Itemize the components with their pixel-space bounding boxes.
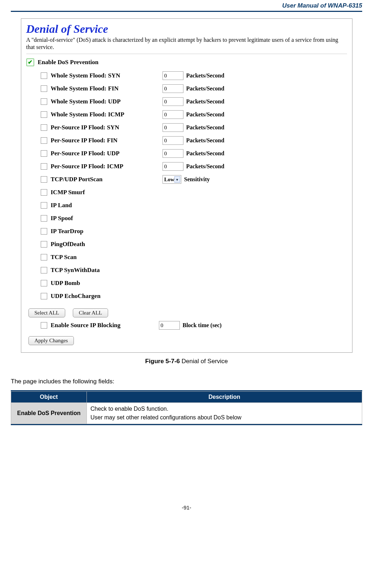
dos-item-input[interactable] [163,97,183,106]
dos-item-label: ICMP Smurf [51,189,163,196]
dos-item-input[interactable] [163,110,183,119]
header-rule [11,11,362,12]
dos-item-label: TCP Scan [51,254,163,261]
dos-item-label: Whole System Flood: FIN [51,85,163,92]
apply-changes-button[interactable]: Apply Changes [28,336,74,345]
table-cell-object: Enable DoS Prevention [11,403,87,424]
dos-item-unit: Packets/Second [186,85,225,92]
dos-item-unit: Packets/Second [186,124,225,131]
dos-item-unit: Packets/Second [186,72,225,79]
sensitivity-select-value: Low [164,177,174,183]
dos-item-checkbox[interactable] [41,163,47,170]
dos-item-row: Per-Source IP Flood: FINPackets/Second [41,135,347,146]
doc-header: User Manual of WNAP-6315 [11,0,362,11]
dos-item-row: UDP Bomb [41,277,347,289]
dos-item-row: IP TearDrop [41,226,347,237]
dos-item-checkbox[interactable] [41,280,47,286]
dos-item-label: Per-Source IP Flood: FIN [51,137,163,144]
dos-item-label: Per-Source IP Flood: ICMP [51,163,163,170]
dos-item-checkbox[interactable] [41,202,47,209]
dos-panel: Denial of Service A "denial-of-service" … [21,18,352,353]
dos-item-unit: Packets/Second [186,111,225,118]
source-ip-blocking-label: Enable Source IP Blocking [51,322,159,329]
dos-item-row: ICMP Smurf [41,187,347,198]
dos-item-label: IP Spoof [51,215,163,222]
dos-item-checkbox[interactable] [41,189,47,196]
th-description: Description [87,392,362,403]
dos-item-checkbox[interactable] [41,293,47,299]
dos-item-row: PingOfDeath [41,239,347,250]
dos-item-input[interactable] [163,71,183,80]
dos-item-row: Per-Source IP Flood: SYNPackets/Second [41,122,347,133]
dos-item-row: UDP EchoChargen [41,290,347,302]
dos-item-label: Per-Source IP Flood: UDP [51,150,163,157]
dos-item-input[interactable] [163,84,183,93]
description-table: Object Description Enable DoS Prevention… [11,391,362,424]
dos-item-label: UDP EchoChargen [51,293,163,300]
chevron-down-icon: ▾ [174,176,180,183]
dos-item-row: Per-Source IP Flood: ICMPPackets/Second [41,161,347,172]
figure-number: Figure 5-7-6 [145,358,180,365]
dos-item-unit: Sensitivity [184,176,210,183]
figure-text: Denial of Service [180,358,228,365]
doc-title: User Manual of WNAP-6315 [282,2,362,9]
dos-item-row: TCP/UDP PortScanLow▾Sensitivity [41,174,347,185]
block-time-input[interactable] [159,321,180,330]
dos-item-row: IP Spoof [41,213,347,224]
source-ip-blocking-row: Enable Source IP Blocking Block time (se… [41,321,347,330]
dos-item-label: Whole System Flood: UDP [51,98,163,105]
dos-item-row: TCP SynWithData [41,264,347,276]
dos-item-row: Whole System Flood: SYNPackets/Second [41,70,347,81]
dos-item-input[interactable] [163,136,183,145]
dos-item-checkbox[interactable] [41,72,47,79]
select-all-button[interactable]: Select ALL [28,308,66,317]
dos-item-checkbox[interactable] [41,228,47,235]
dos-item-unit: Packets/Second [186,137,225,144]
clear-all-button[interactable]: Clear ALL [73,308,108,317]
table-intro: The page includes the following fields: [11,378,362,385]
dos-item-label: TCP SynWithData [51,267,163,274]
dos-item-checkbox[interactable] [41,267,47,273]
table-cell-description: Check to enable DoS function.User may se… [87,403,362,424]
dos-item-label: PingOfDeath [51,241,163,248]
dos-item-input[interactable] [163,123,183,132]
dos-item-unit: Packets/Second [186,150,225,157]
enable-dos-checkbox[interactable]: ✔ [26,58,34,66]
dos-item-row: Whole System Flood: FINPackets/Second [41,83,347,94]
dos-item-label: IP TearDrop [51,228,163,235]
dos-item-checkbox[interactable] [41,98,47,105]
dos-item-input[interactable] [163,149,183,158]
table-row: Enable DoS PreventionCheck to enable DoS… [11,403,362,424]
check-icon: ✔ [28,59,32,65]
source-ip-blocking-checkbox[interactable] [41,322,47,329]
page-footer: -91- [11,504,362,518]
dos-item-checkbox[interactable] [41,85,47,92]
dos-item-label: Per-Source IP Flood: SYN [51,124,163,131]
panel-divider [26,54,347,54]
dos-item-unit: Packets/Second [186,98,225,105]
dos-item-row: Whole System Flood: UDPPackets/Second [41,96,347,107]
dos-item-checkbox[interactable] [41,124,47,131]
dos-item-checkbox[interactable] [41,137,47,144]
description-table-wrap: Object Description Enable DoS Prevention… [11,390,362,425]
dos-item-checkbox[interactable] [41,111,47,118]
enable-dos-row: ✔ Enable DoS Prevention [26,58,347,66]
figure-caption: Figure 5-7-6 Denial of Service [11,358,362,365]
dos-item-row: TCP Scan [41,251,347,263]
dos-item-checkbox[interactable] [41,215,47,222]
sensitivity-select[interactable]: Low▾ [163,175,181,184]
button-row: Select ALL Clear ALL [28,308,347,317]
dos-item-label: UDP Bomb [51,280,163,287]
enable-dos-label: Enable DoS Prevention [38,59,99,66]
dos-item-checkbox[interactable] [41,254,47,260]
dos-item-checkbox[interactable] [41,176,47,183]
dos-item-label: TCP/UDP PortScan [51,176,163,183]
dos-item-label: IP Land [51,202,163,209]
dos-item-input[interactable] [163,162,183,171]
dos-item-checkbox[interactable] [41,241,47,248]
dos-item-row: IP Land [41,200,347,211]
dos-item-checkbox[interactable] [41,150,47,157]
dos-item-label: Whole System Flood: SYN [51,72,163,79]
dos-item-row: Per-Source IP Flood: UDPPackets/Second [41,148,347,159]
dos-item-unit: Packets/Second [186,163,225,170]
